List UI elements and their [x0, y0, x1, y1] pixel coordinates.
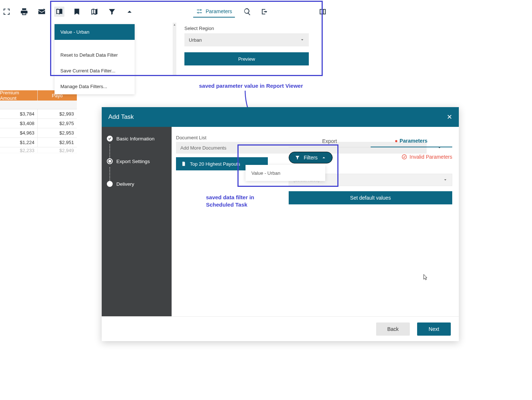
wizard-connector [109, 167, 110, 181]
export-parameters-tabs: Export Parameters [289, 135, 452, 147]
col-header-premium: Premium Amount [0, 90, 38, 101]
wizard-step-label: Delivery [116, 181, 134, 187]
preview-button[interactable]: Preview [184, 52, 309, 65]
back-button[interactable]: Back [376, 322, 410, 336]
filter-menu-item-selected[interactable]: Value - Urban [55, 24, 135, 40]
wizard-step-export[interactable]: Export Settings [107, 158, 166, 164]
wizard-sidebar: Basic Information Export Settings Delive… [102, 127, 172, 316]
dialog-footer: Back Next [102, 316, 459, 341]
tab-parameters-label: Parameters [400, 138, 427, 144]
parameters-tab-label: Parameters [206, 8, 232, 14]
data-filter-menu: Value - Urban Reset to Default Data Filt… [55, 24, 135, 94]
report-table: Premium Amount Payo $3,784 $2,993 $3,408… [0, 90, 77, 153]
region-label: Select Region [184, 26, 315, 31]
dialog-header: Add Task ✕ [102, 107, 459, 127]
print-icon[interactable] [19, 7, 29, 17]
table-row: $2,233 $2,949 [0, 147, 77, 153]
fullscreen-icon[interactable] [1, 7, 12, 17]
invalid-parameters-badge: Invalid Parameters [401, 154, 452, 160]
chevron-down-icon [300, 38, 304, 42]
next-button[interactable]: Next [417, 322, 451, 336]
book-icon[interactable] [54, 7, 64, 17]
wizard-step-label: Export Settings [116, 159, 150, 164]
wizard-connector [109, 144, 110, 158]
table-row: $1,224 $2,951 [0, 138, 77, 147]
wizard-step-label: Basic Information [116, 136, 154, 141]
sliders-icon [196, 8, 203, 15]
side-panel-icon[interactable] [318, 7, 328, 17]
filter-menu-manage[interactable]: Manage Data Filters... [55, 79, 135, 94]
document-item-label: Top 20 Highest Payouts [190, 161, 240, 167]
bookmark-icon[interactable] [72, 7, 82, 17]
filters-label: Filters [304, 155, 318, 161]
filter-icon [295, 155, 300, 160]
chevron-down-icon [443, 178, 447, 182]
filter-menu-reset[interactable]: Reset to Default Data Filter [55, 47, 135, 63]
table-row: $4,963 $2,953 [0, 128, 77, 138]
annotation-text-top: saved parameter value in Report Viewer [199, 83, 303, 89]
table-row: $3,784 $2,993 [0, 109, 77, 119]
tab-parameters[interactable]: Parameters [371, 135, 453, 147]
panel-scrollbar[interactable]: ▲ [173, 23, 176, 75]
mail-icon[interactable] [37, 7, 47, 17]
step-node-current-icon [107, 158, 113, 164]
parameter-panel: Select Region Urban Preview [177, 23, 315, 65]
annotation-text-task: saved data filter in Scheduled Task [206, 194, 254, 208]
chevron-up-icon[interactable] [124, 7, 135, 17]
dialog-title: Add Task [108, 113, 134, 121]
mouse-cursor-icon [423, 273, 429, 281]
map-icon[interactable] [89, 7, 100, 17]
wizard-step-basic[interactable]: Basic Information [107, 136, 166, 141]
export-icon[interactable] [260, 7, 270, 17]
table-row: $3,408 $2,975 [0, 119, 77, 128]
parameters-tab[interactable]: Parameters [193, 6, 235, 18]
document-icon [181, 161, 186, 166]
wizard-step-delivery[interactable]: Delivery [107, 181, 166, 187]
alert-circle-icon [401, 154, 407, 160]
step-node-pending-icon [107, 181, 113, 187]
search-icon[interactable] [242, 7, 252, 17]
region-select-value: Urban [189, 37, 202, 43]
step-node-done-icon [107, 136, 113, 141]
table-subheader [0, 101, 77, 109]
tab-export[interactable]: Export [289, 135, 371, 147]
svg-point-0 [402, 155, 407, 159]
region-select[interactable]: Urban [184, 33, 309, 46]
filters-button[interactable]: Filters [289, 152, 333, 163]
filter-menu-save[interactable]: Save Current Data Filter... [55, 63, 135, 79]
add-task-dialog: Add Task ✕ Basic Information Export Sett… [102, 107, 459, 341]
set-default-values-button[interactable]: Set default values [289, 191, 452, 204]
invalid-parameters-text: Invalid Parameters [409, 154, 452, 160]
chevron-up-icon [321, 155, 326, 160]
filter-dropdown-option[interactable]: Value - Urban [246, 165, 325, 181]
report-viewer-toolbar: Parameters [0, 3, 328, 20]
invalid-dot-icon [395, 140, 397, 142]
filter-icon[interactable] [107, 7, 117, 17]
dialog-main: Document List Add More Documents Top 20 … [172, 127, 459, 316]
close-button[interactable]: ✕ [447, 113, 452, 121]
